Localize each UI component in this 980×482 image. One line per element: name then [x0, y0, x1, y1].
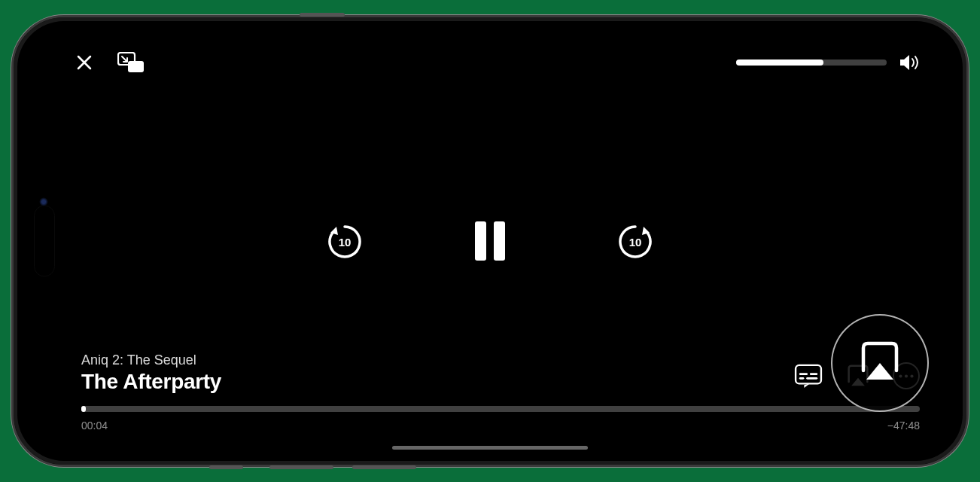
skip-forward-label: 10: [629, 236, 642, 249]
airplay-icon-large: [856, 340, 904, 386]
front-camera: [39, 197, 48, 206]
progress-bar[interactable]: [81, 406, 920, 412]
time-row: 00:04 −47:48: [81, 419, 920, 432]
pause-button[interactable]: [469, 218, 511, 264]
remaining-time: −47:48: [887, 419, 920, 432]
volume-fill: [736, 59, 823, 66]
bottom-area: Aniq 2: The Sequel The Afterparty: [81, 352, 920, 432]
svg-rect-3: [494, 221, 505, 261]
side-button: [300, 13, 345, 17]
top-bar: [75, 47, 920, 78]
volume-slider[interactable]: [736, 59, 887, 66]
episode-subtitle: Aniq 2: The Sequel: [81, 352, 221, 368]
side-button: [269, 465, 333, 469]
top-right-controls: [736, 54, 920, 71]
pause-icon: [469, 218, 511, 264]
show-title: The Afterparty: [81, 370, 221, 394]
side-button: [352, 465, 416, 469]
svg-rect-2: [475, 221, 486, 261]
subtitles-button[interactable]: [793, 361, 823, 391]
skip-forward-button[interactable]: 10: [616, 222, 654, 260]
side-button: [209, 465, 243, 469]
svg-rect-7: [799, 377, 805, 380]
phone-frame: 10 10 Aniq 2: The Sequel: [11, 15, 969, 467]
home-indicator[interactable]: [392, 446, 588, 450]
skip-back-button[interactable]: 10: [326, 222, 364, 260]
svg-rect-6: [810, 373, 817, 375]
title-row: Aniq 2: The Sequel The Afterparty: [81, 352, 920, 394]
picture-in-picture-icon: [117, 52, 145, 73]
svg-rect-5: [799, 373, 808, 375]
center-controls: 10 10: [326, 218, 654, 264]
airplay-highlight-button[interactable]: [831, 314, 929, 412]
dynamic-island: [34, 206, 55, 277]
volume-button[interactable]: [899, 54, 920, 71]
svg-rect-1: [128, 61, 144, 72]
volume-icon: [899, 54, 920, 71]
close-icon: [75, 53, 93, 72]
skip-back-label: 10: [339, 236, 352, 249]
elapsed-time: 00:04: [81, 419, 108, 432]
svg-rect-8: [806, 377, 817, 380]
close-button[interactable]: [75, 53, 93, 72]
picture-in-picture-button[interactable]: [117, 52, 145, 73]
progress-fill: [81, 406, 86, 412]
video-player-screen: 10 10 Aniq 2: The Sequel: [23, 26, 957, 456]
top-left-controls: [75, 52, 145, 73]
title-block: Aniq 2: The Sequel The Afterparty: [81, 352, 221, 394]
subtitles-icon: [794, 364, 823, 388]
